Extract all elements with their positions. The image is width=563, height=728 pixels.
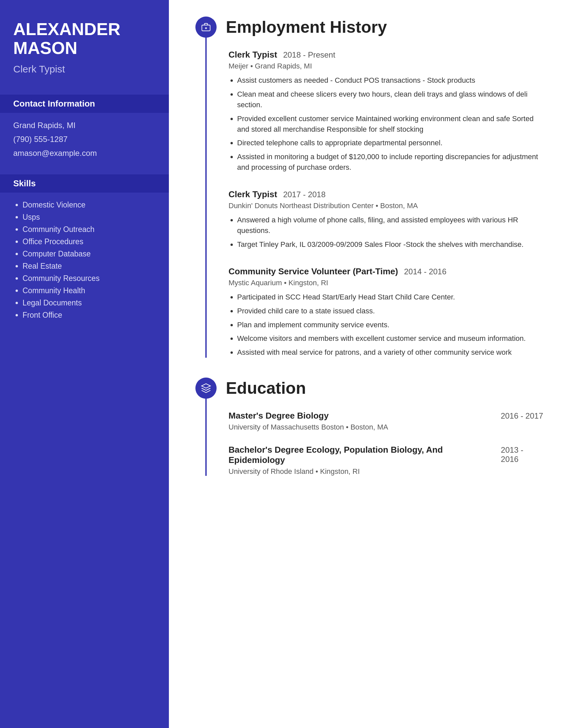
main-content: Employment History Clerk Typist2018 - Pr… <box>169 0 563 728</box>
job-bullet: Participated in SCC Head Start/Early Hea… <box>237 292 543 302</box>
job-bullets: Participated in SCC Head Start/Early Hea… <box>228 292 543 358</box>
contact-phone: (790) 555-1287 <box>13 135 156 144</box>
edu-school: University of Rhode Island•Kingston, RI <box>228 467 543 476</box>
job-dates: 2017 - 2018 <box>283 190 326 199</box>
edu-block: Bachelor's Degree Ecology, Population Bi… <box>228 445 543 476</box>
contact-section: Contact Information Grand Rapids, MI (79… <box>13 95 156 158</box>
skill-item: Legal Documents <box>23 298 156 307</box>
sidebar: ALEXANDER MASON Clerk Typist Contact Inf… <box>0 0 169 728</box>
job-bullets: Answered a high volume of phone calls, f… <box>228 215 543 250</box>
education-title: Education <box>226 379 306 398</box>
skill-item: Computer Database <box>23 250 156 258</box>
skills-list: Domestic ViolenceUspsCommunity OutreachO… <box>13 201 156 320</box>
job-title-row: Clerk Typist2018 - Present <box>228 50 543 60</box>
job-title-row: Community Service Volunteer (Part-Time)2… <box>228 266 543 277</box>
job-bullet: Plan and implement community service eve… <box>237 320 543 330</box>
skills-section: Skills Domestic ViolenceUspsCommunity Ou… <box>13 174 156 320</box>
job-bullet: Provided excellent customer service Main… <box>237 114 543 135</box>
candidate-name: ALEXANDER MASON <box>13 20 156 58</box>
job-bullet: Answered a high volume of phone calls, f… <box>237 215 543 236</box>
job-title-row: Clerk Typist2017 - 2018 <box>228 189 543 200</box>
education-icon <box>195 378 216 399</box>
job-bullet: Welcome visitors and members with excell… <box>237 333 543 344</box>
job-company: Meijer•Grand Rapids, MI <box>228 62 543 70</box>
employment-section: Employment History Clerk Typist2018 - Pr… <box>195 17 543 358</box>
employment-header-row: Employment History <box>195 17 543 38</box>
skill-item: Office Procedures <box>23 237 156 246</box>
edu-dates: 2016 - 2017 <box>501 411 543 421</box>
edu-block: Master's Degree Biology2016 - 2017Univer… <box>228 411 543 432</box>
skill-item: Real Estate <box>23 262 156 271</box>
job-dates: 2014 - 2016 <box>404 267 446 276</box>
contact-header: Contact Information <box>0 95 169 113</box>
job-title: Community Service Volunteer (Part-Time) <box>228 266 398 277</box>
skills-header: Skills <box>0 174 169 193</box>
edu-dates: 2013 - 2016 <box>501 445 543 464</box>
job-bullet: Target Tinley Park, IL 03/2009-09/2009 S… <box>237 239 543 250</box>
contact-email: amason@example.com <box>13 149 156 158</box>
edu-degree: Master's Degree Biology <box>228 411 329 421</box>
contact-city: Grand Rapids, MI <box>13 121 156 130</box>
job-company: Dunkin' Donuts Northeast Distribution Ce… <box>228 202 543 210</box>
timeline-line <box>205 17 207 358</box>
job-bullet: Provided child care to a state issued cl… <box>237 306 543 316</box>
job-title: Clerk Typist <box>228 189 277 200</box>
job-company: Mystic Aquarium•Kingston, RI <box>228 279 543 287</box>
job-bullet: Assisted with meal service for patrons, … <box>237 347 543 358</box>
employment-title: Employment History <box>226 18 387 37</box>
jobs-container: Clerk Typist2018 - PresentMeijer•Grand R… <box>195 50 543 358</box>
job-bullets: Assist customers as needed - Conduct POS… <box>228 75 543 173</box>
job-dates: 2018 - Present <box>283 50 335 60</box>
skill-item: Front Office <box>23 311 156 320</box>
edu-school: University of Massachusetts Boston•Bosto… <box>228 423 543 432</box>
skill-item: Usps <box>23 213 156 222</box>
skill-item: Community Health <box>23 286 156 295</box>
edu-degree: Bachelor's Degree Ecology, Population Bi… <box>228 445 501 465</box>
job-bullet: Assist customers as needed - Conduct POS… <box>237 75 543 86</box>
employment-icon <box>195 17 216 38</box>
skill-item: Community Resources <box>23 274 156 283</box>
skill-item: Community Outreach <box>23 225 156 234</box>
edu-title-row: Bachelor's Degree Ecology, Population Bi… <box>228 445 543 465</box>
job-bullet: Directed telephone calls to appropriate … <box>237 138 543 148</box>
job-title: Clerk Typist <box>228 50 277 60</box>
job-bullet: Clean meat and cheese slicers every two … <box>237 89 543 110</box>
job-block: Clerk Typist2017 - 2018Dunkin' Donuts No… <box>228 189 543 250</box>
skill-item: Domestic Violence <box>23 201 156 209</box>
education-section: Education Master's Degree Biology2016 - … <box>195 378 543 476</box>
job-bullet: Assisted in monitoring a budget of $120,… <box>237 152 543 173</box>
candidate-title: Clerk Typist <box>13 64 156 75</box>
job-block: Community Service Volunteer (Part-Time)2… <box>228 266 543 358</box>
edu-title-row: Master's Degree Biology2016 - 2017 <box>228 411 543 421</box>
education-header-row: Education <box>195 378 543 399</box>
edu-container: Master's Degree Biology2016 - 2017Univer… <box>195 411 543 476</box>
job-block: Clerk Typist2018 - PresentMeijer•Grand R… <box>228 50 543 173</box>
